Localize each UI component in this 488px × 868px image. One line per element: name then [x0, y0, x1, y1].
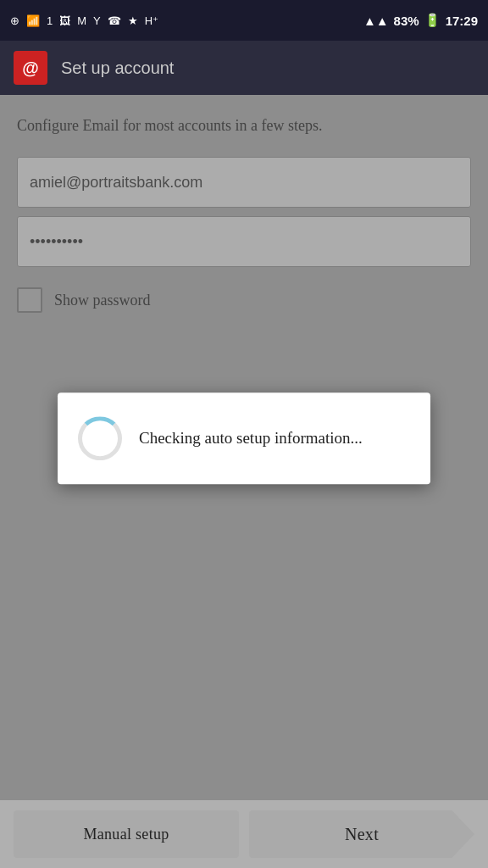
status-bar-right: ▲▲ 83% 🔋 17:29	[363, 13, 478, 28]
checking-dialog: Checking auto setup information...	[58, 392, 430, 484]
battery-icon: 🔋	[424, 13, 441, 28]
wifi-icon: 📶	[26, 14, 40, 27]
status-bar: ⊕ 📶 1 🖼 M Y ☎ ★ H⁺ ▲▲ 83% 🔋 17:29	[0, 0, 488, 41]
signal-icon: ▲▲	[363, 14, 389, 28]
whatsapp-icon: ☎	[108, 14, 121, 27]
photo-icon: 🖼	[59, 14, 70, 27]
sim-icon: 1	[47, 14, 53, 27]
dialog-message: Checking auto setup information...	[139, 427, 363, 450]
battery-text: 83%	[394, 14, 419, 28]
bluetooth-icon: ★	[128, 14, 138, 27]
gmail-icon: M	[77, 14, 86, 27]
add-icon: ⊕	[10, 14, 19, 27]
status-bar-left: ⊕ 📶 1 🖼 M Y ☎ ★ H⁺	[10, 14, 158, 27]
manual-setup-button[interactable]: Manual setup	[14, 810, 239, 858]
app-bar: @ Set up account	[0, 41, 488, 95]
yolo-icon: Y	[93, 14, 101, 27]
hplus-icon: H⁺	[145, 14, 158, 27]
loading-spinner	[78, 416, 122, 460]
app-bar-title: Set up account	[61, 58, 174, 78]
main-content: Configure Email for most accounts in a f…	[0, 95, 488, 800]
app-icon: @	[14, 51, 47, 85]
bottom-bar: Manual setup Next	[0, 800, 488, 868]
at-icon: @	[22, 58, 39, 78]
next-button[interactable]: Next	[249, 810, 474, 858]
time-display: 17:29	[446, 14, 478, 28]
